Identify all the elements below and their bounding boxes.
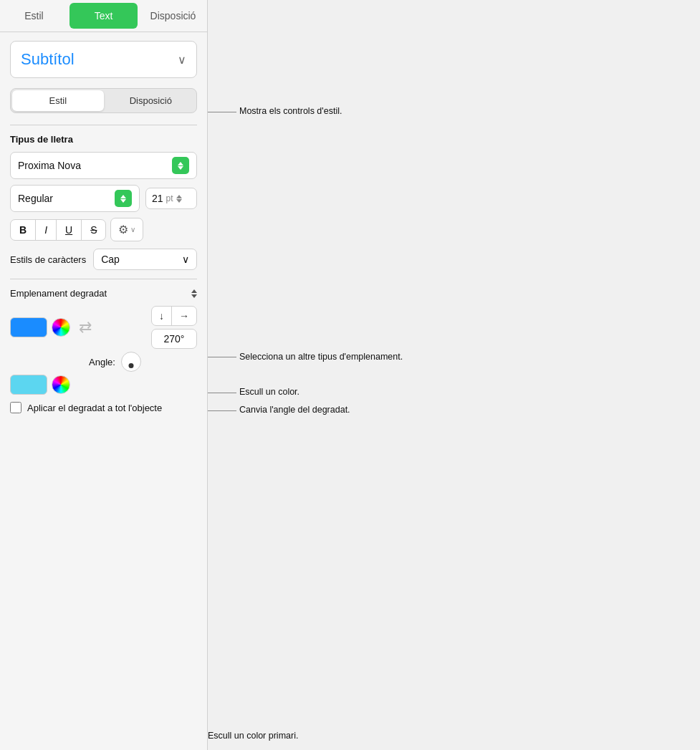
underline-button[interactable]: U [57, 220, 82, 240]
italic-button[interactable]: I [36, 220, 57, 240]
apply-gradient-label: Aplicar el degradat a tot l'objecte [27, 403, 162, 413]
angle-arrow-buttons: ↓ → [151, 306, 197, 326]
char-style-row: Estils de caràcters Cap ∨ [10, 249, 197, 270]
strikethrough-button[interactable]: S [82, 220, 105, 240]
main-container: Estil Text Disposició Subtítol ∨ Estil D… [0, 0, 700, 750]
top-tabs: Estil Text Disposició [0, 0, 207, 32]
arr-up-icon [178, 162, 183, 165]
annotation-style-controls: Mostra els controls d'estil. [208, 106, 342, 116]
annotation-change-angle: Canvia l'angle del degradat. [208, 405, 350, 415]
font-size-stepper[interactable] [176, 195, 182, 203]
font-family-arrows[interactable] [172, 157, 189, 174]
annotation-pick-color: Escull un color. [208, 387, 299, 397]
annotation-fill-type: Selecciona un altre tipus d'emplenament. [208, 351, 403, 364]
annotation-line-3 [208, 393, 236, 393]
annotation-line-4 [208, 410, 236, 411]
format-buttons-group: B I U S [10, 219, 106, 241]
font-family-name: Proxima Nova [18, 160, 81, 171]
size-up-icon [176, 195, 182, 198]
panel: Estil Text Disposició Subtítol ∨ Estil D… [0, 0, 208, 750]
char-style-picker[interactable]: Cap ∨ [93, 249, 197, 270]
font-size-picker[interactable]: 21 pt [145, 188, 197, 209]
color2-swatch[interactable] [10, 375, 47, 395]
sub-tab-disposicio[interactable]: Disposició [105, 89, 197, 112]
annotation-line-1 [208, 112, 236, 112]
swap-arrows-icon: ⇄ [79, 319, 92, 335]
font-size-unit: pt [166, 193, 173, 203]
font-style-picker[interactable]: Regular [10, 185, 140, 212]
tab-text[interactable]: Text [69, 3, 138, 29]
bold-button[interactable]: B [11, 220, 36, 240]
tab-disposicio[interactable]: Disposició [139, 0, 207, 32]
size-down-icon [176, 199, 182, 203]
angle-label: Angle: [89, 357, 115, 367]
style-arr-up-icon [120, 195, 126, 198]
gear-menu-button[interactable]: ⚙ ∨ [110, 218, 143, 241]
color1-swatch[interactable] [10, 317, 47, 337]
paragraph-style-picker[interactable]: Subtítol ∨ [10, 41, 197, 78]
angle-dial-dot [128, 363, 133, 368]
char-style-label: Estils de caràcters [10, 254, 86, 265]
annotation-text-fill-type: Selecciona un altre tipus d'emplenament. [236, 351, 403, 364]
char-style-value: Cap [101, 254, 120, 265]
annotation-text-primary-color: Escull un color primari. [208, 731, 298, 741]
angle-down-button[interactable]: ↓ [152, 307, 172, 325]
annotations-area: Mostra els controls d'estil. Selecciona … [208, 0, 700, 750]
fill-type-stepper[interactable] [191, 289, 197, 298]
color1-wheel-button[interactable] [52, 318, 70, 337]
apply-gradient-row: Aplicar el degradat a tot l'objecte [10, 402, 197, 413]
paragraph-style-chevron: ∨ [178, 53, 186, 67]
sub-tab-estil[interactable]: Estil [12, 90, 104, 111]
gear-icon: ⚙ [118, 223, 128, 236]
fill-label: Emplenament degradat [10, 288, 107, 299]
fill-type-up-icon [191, 289, 197, 293]
font-style-row: Regular 21 pt [10, 185, 197, 212]
annotation-text-pick-color: Escull un color. [236, 387, 299, 397]
font-family-picker[interactable]: Proxima Nova [10, 152, 197, 179]
apply-gradient-checkbox[interactable] [10, 402, 21, 413]
angle-right-button[interactable]: → [172, 307, 196, 325]
annotation-line-2 [208, 357, 236, 357]
font-style-arrows[interactable] [115, 190, 132, 207]
font-size-value: 21 [152, 193, 163, 204]
annotation-text-style-controls: Mostra els controls d'estil. [236, 106, 342, 116]
char-style-chevron-icon: ∨ [182, 254, 189, 265]
paragraph-style-name: Subtítol [21, 50, 75, 69]
annotation-text-change-angle: Canvia l'angle del degradat. [236, 405, 350, 415]
font-section-label: Tipus de lletra [10, 134, 197, 145]
sub-tabs: Estil Disposició [10, 88, 197, 113]
angle-dial[interactable] [121, 352, 141, 372]
font-style-name: Regular [18, 193, 53, 204]
fill-type-down-icon [191, 294, 197, 298]
color2-wheel-button[interactable] [52, 375, 70, 394]
divider-2 [10, 279, 197, 279]
arr-down-icon [178, 166, 183, 170]
fill-row: Emplenament degradat [10, 288, 197, 299]
panel-content: Subtítol ∨ Estil Disposició Tipus de lle… [0, 32, 207, 750]
style-arr-down-icon [120, 199, 126, 203]
annotation-primary-color: Escull un color primari. [208, 729, 298, 741]
gear-chevron-icon: ∨ [130, 226, 135, 234]
angle-value-display: 270° [151, 329, 197, 349]
tab-estil[interactable]: Estil [0, 0, 68, 32]
format-row: B I U S ⚙ ∨ [10, 218, 197, 241]
divider-1 [10, 125, 197, 125]
